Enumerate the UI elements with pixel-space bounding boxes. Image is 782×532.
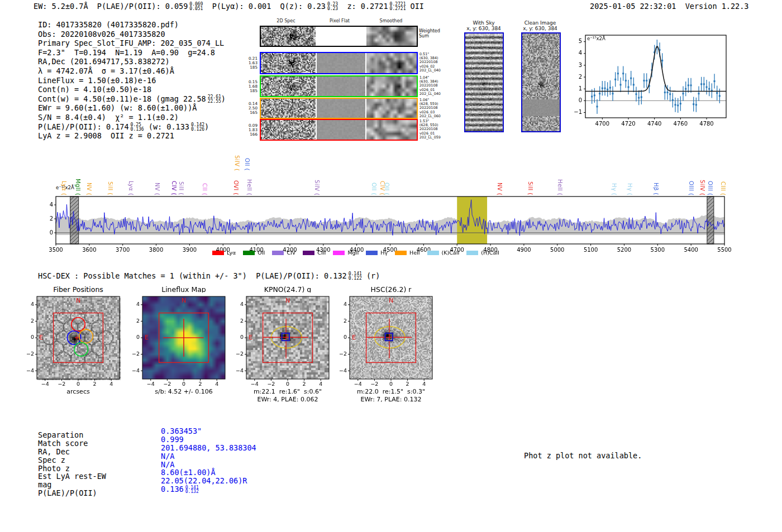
text-segment: OII — [406, 2, 424, 11]
legend-item: Hγ — [366, 250, 388, 256]
uncertainty-stack: 0.1410.122 — [349, 272, 362, 280]
clean-image — [522, 33, 560, 131]
text-segment: N/A — [161, 460, 174, 469]
legend-swatch — [466, 251, 478, 255]
spec2d-smoothed-image — [366, 76, 417, 96]
header-stats: EW: 5.2±0.7Å P(LAE)/P(OII): 0.0590.0690.… — [34, 2, 424, 11]
match-field-label: P(LAE)/P(OII) — [38, 489, 106, 497]
legend-swatch — [395, 251, 407, 255]
legend-swatch — [212, 251, 224, 255]
match-field-value: 0.363453" — [161, 427, 256, 435]
spec2d-strip — [260, 52, 418, 74]
legend-swatch — [243, 251, 255, 255]
emission-line-label: SiII ( — [178, 181, 184, 195]
emission-line-label: NV ( — [86, 183, 92, 195]
strip-right-info: 1.04"(630, 384)20220108v026_01202_LL_040 — [419, 76, 449, 96]
text-segment: (r) — [362, 271, 380, 280]
with-sky-title: With Sky — [456, 20, 512, 26]
text-segment: 0.999 — [161, 435, 184, 444]
spec2d-noise-image — [261, 120, 316, 140]
match-field-label: Est LyA rest-EW — [38, 472, 106, 481]
with-sky-image — [465, 33, 503, 131]
fiber-positions-image — [17, 293, 128, 393]
text-segment: EW: 5.2±0.7Å P(LAE)/P(OII): 0.059 — [34, 2, 188, 11]
elixer-report-page: EW: 5.2±0.7Å P(LAE)/P(OII): 0.0590.0690.… — [0, 0, 782, 532]
strip-left-stats: 0.142.50165 — [240, 102, 258, 116]
lower-uncertainty: 0.23 — [327, 7, 338, 11]
clean-image-title: Clean Image — [512, 20, 568, 26]
legend-item: Lyα — [212, 250, 236, 256]
lineflux-map-xlabel: s/b: 4.52 +/- 0.106 — [128, 388, 240, 395]
fiber-positions-panel: Fiber Positions arcsecs — [17, 285, 128, 405]
uncertainty-stack: 0.0690.051 — [189, 2, 203, 11]
text-segment: z: 0.2721 — [338, 2, 388, 11]
info-line: LineFlux = 1.50(±0.18)e-16 — [38, 76, 226, 85]
text-segment: HSC-DEX : Possible Matches = 1 (within +… — [38, 271, 347, 280]
legend-swatch — [427, 251, 439, 255]
emission-line-label: SiIV ( — [314, 180, 320, 195]
emission-line-label: CIV ( — [171, 181, 177, 195]
strip-left-stat: 185 — [240, 89, 258, 93]
text-segment: Cont(n) = 4.10(±0.50)e-18 — [38, 85, 151, 94]
legend-item: CIII — [303, 250, 326, 256]
spec2d-noise-image — [261, 53, 316, 73]
with-sky-coords: x, y: 630, 384 — [456, 26, 512, 31]
emission-line-label: OIII ( — [688, 181, 694, 195]
spec2d-pixelflat-image — [317, 99, 365, 118]
legend-label: HeII — [409, 250, 420, 256]
legend-label: (H)CaII — [481, 250, 499, 256]
hsc-r-panel: HSC(26.2) r m:22.0 re:1.5" s:0.3" EWr: 7… — [330, 285, 441, 405]
kpno-g-xlabel: m:22.1 re:1.6" s:0.6" — [232, 388, 344, 395]
match-field-value: 22.05(22.04,22.06)R — [161, 477, 256, 485]
legend-label: CIV — [287, 250, 295, 256]
match-field-label: Separation — [38, 431, 106, 439]
spec2d-pixelflat-image — [317, 76, 365, 96]
legend-label: MgII — [347, 250, 359, 256]
lower-uncertainty: 0.136 — [131, 127, 144, 132]
strip-right-info: 0.51"(630, 384)20220108v026_02202_LL_040 — [419, 52, 449, 73]
info-line: Obs: 20220108v026_4017335820 — [38, 30, 226, 39]
lineflux-map-panel: Lineflux Map s/b: 4.52 +/- 0.106 — [122, 285, 234, 405]
clean-image-panel — [521, 32, 561, 132]
spec2d-strip — [260, 119, 418, 141]
legend-swatch — [366, 251, 378, 255]
lower-uncertainty: 0.122 — [349, 276, 362, 281]
text-segment: (w: 0.133 — [144, 122, 189, 131]
uncertainty-stack: 0.27210.2721 — [390, 2, 406, 11]
strip-right-info-line: 202_LL_059 — [419, 136, 449, 140]
detection-info-block: ID: 4017335820 (4017335820.pdf)Obs: 2022… — [38, 20, 226, 141]
uncertainty-stack: 0.250.136 — [131, 123, 144, 131]
match-field-label: Spec z — [38, 456, 106, 464]
lineflux-map-image — [122, 293, 234, 393]
emission-line-label: OII ( — [244, 158, 250, 171]
strip-right-info-line: 202_LL_040 — [419, 92, 449, 96]
emission-line-label: HeII ( — [246, 179, 252, 195]
emission-line-label: HeII ( — [557, 179, 563, 195]
info-line: Primary Spec_Slot_IFU_AMP: 202_035_074_L… — [38, 39, 226, 48]
emission-line-label: CII ( — [202, 183, 208, 195]
match-field-value: 0.1360.1410.132 — [161, 485, 256, 493]
strip-left-stats: 0.091.83166 — [240, 123, 258, 137]
emission-line-label: OIII ( — [707, 181, 713, 195]
spectrum-legend: LyαOIICIVCIIIMgIIHγHeII(K)CaII(H)CaII — [212, 250, 499, 256]
match-field-label: Match score — [38, 439, 106, 448]
strip-left-stat: 165 — [240, 111, 258, 115]
legend-item: (K)CaII — [427, 250, 460, 256]
spec2d-smoothed-image — [366, 53, 417, 73]
emission-line-label: Hγ ( — [627, 183, 633, 195]
emission-line-label: MgII ( — [75, 179, 81, 195]
photz-note: Phot z plot not available. — [524, 451, 642, 460]
legend-label: OII — [258, 250, 265, 256]
emission-line-label: SiII ( — [527, 181, 533, 195]
emission-line-label: SiII ( — [107, 181, 113, 195]
text-segment: ) — [204, 122, 209, 131]
text-segment: P(Lyα): 0.001 Q(z): 0.23 — [203, 2, 325, 11]
match-field-value: N/A — [161, 452, 256, 461]
clean-image-coords: x, y: 630, 384 — [512, 26, 568, 31]
legend-label: CIII — [317, 250, 326, 256]
match-field-value: 201.694880, 53.838304 — [161, 444, 256, 452]
legend-item: HeII — [395, 250, 420, 256]
timestamp-version: 2025-01-05 22:32:01 Version 1.22.3 — [590, 2, 748, 11]
match-field-label: Photo z — [38, 464, 106, 473]
hsc-r-image — [330, 293, 441, 393]
